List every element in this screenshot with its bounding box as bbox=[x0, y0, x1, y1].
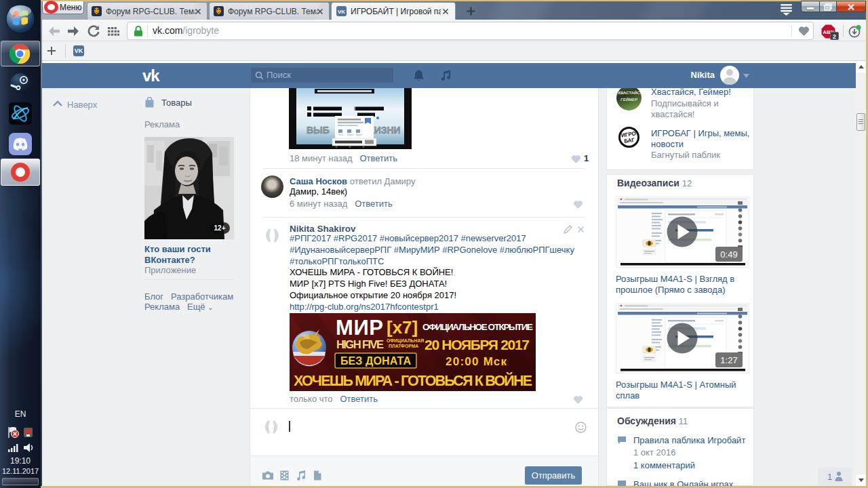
svg-text:ХОЧЕШЬ МИРА - ГОТОВЬСЯ К ВОЙНЕ: ХОЧЕШЬ МИРА - ГОТОВЬСЯ К ВОЙНЕ bbox=[294, 372, 532, 389]
svg-text:1:27: 1:27 bbox=[720, 355, 737, 365]
svg-text:[x7]: [x7] bbox=[387, 317, 418, 338]
svg-text:12+: 12+ bbox=[214, 224, 226, 232]
svg-text:Видео: Видео bbox=[347, 134, 354, 136]
svg-text:МИР: МИР bbox=[336, 316, 383, 340]
svg-text:ОФИЦИАЛЬНОЕ ОТКРЫТИЕ: ОФИЦИАЛЬНОЕ ОТКРЫТИЕ bbox=[422, 322, 533, 332]
svg-text:20:00 Мск: 20:00 Мск bbox=[446, 355, 507, 368]
svg-text:HIGH FIVE: HIGH FIVE bbox=[336, 338, 384, 350]
svg-text:БЕЗ ДОНАТА: БЕЗ ДОНАТА bbox=[340, 355, 411, 367]
svg-text:ПЛАТФОРМА: ПЛАТФОРМА bbox=[389, 344, 418, 348]
svg-text:ОФИЦИАЛЬНАЯ: ОФИЦИАЛЬНАЯ bbox=[387, 338, 424, 344]
svg-text:20 НОЯБРЯ 2017: 20 НОЯБРЯ 2017 bbox=[425, 337, 530, 352]
svg-text:Аудио: Аудио bbox=[356, 134, 362, 136]
svg-text:Фото: Фото bbox=[338, 134, 344, 136]
svg-text:ВЫБ: ВЫБ bbox=[307, 125, 330, 136]
svg-text:VK: VK bbox=[338, 9, 345, 15]
svg-text:0:49: 0:49 bbox=[720, 249, 737, 260]
